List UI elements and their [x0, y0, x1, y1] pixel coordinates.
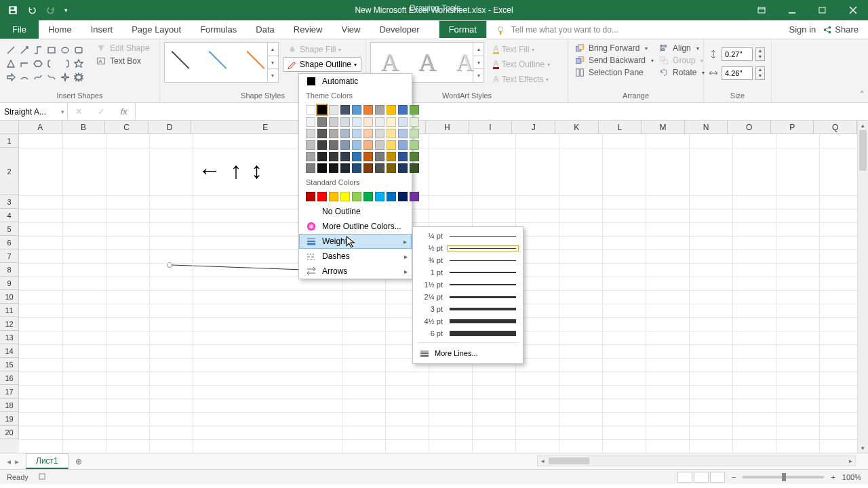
- shape-outline-button[interactable]: Shape Outline▾: [283, 57, 361, 72]
- color-swatch[interactable]: [317, 105, 327, 115]
- row-header[interactable]: 11: [0, 304, 19, 317]
- width-spinner[interactable]: ▲▼: [755, 66, 765, 80]
- scroll-up-icon[interactable]: ▴: [858, 121, 868, 130]
- shape-arrow-icon[interactable]: [4, 70, 17, 83]
- column-header[interactable]: J: [512, 121, 555, 134]
- color-swatch[interactable]: [306, 163, 315, 173]
- maximize-icon[interactable]: [807, 0, 837, 20]
- color-swatch[interactable]: [340, 192, 350, 201]
- shape-star4-icon[interactable]: [58, 70, 71, 83]
- tab-review[interactable]: Review: [284, 20, 332, 39]
- redo-icon[interactable]: [42, 1, 60, 19]
- color-swatch[interactable]: [398, 117, 408, 127]
- weight-option[interactable]: 3 pt: [413, 303, 523, 315]
- dashes-submenu-item[interactable]: Dashes▸: [299, 249, 412, 264]
- color-swatch[interactable]: [410, 129, 419, 138]
- color-swatch[interactable]: [363, 117, 373, 127]
- selection-pane-button[interactable]: Selection Pane: [572, 66, 656, 79]
- color-swatch[interactable]: [375, 129, 384, 138]
- sign-in-link[interactable]: Sign in: [789, 24, 816, 35]
- color-swatch[interactable]: [352, 129, 361, 138]
- row-header[interactable]: 8: [0, 263, 19, 277]
- shape-curve-icon[interactable]: [31, 70, 44, 83]
- row-header[interactable]: 1: [0, 134, 19, 148]
- height-input[interactable]: [722, 47, 753, 61]
- hscroll-thumb[interactable]: [549, 458, 589, 464]
- color-swatch[interactable]: [306, 117, 315, 127]
- color-swatch[interactable]: [363, 152, 373, 161]
- align-button[interactable]: Align▾: [656, 42, 707, 54]
- tab-formulas[interactable]: Formulas: [191, 20, 246, 39]
- column-header[interactable]: C: [105, 121, 149, 134]
- color-swatch[interactable]: [317, 152, 327, 161]
- wordart-spinner[interactable]: ▴▾▾: [473, 43, 484, 82]
- page-break-view-icon[interactable]: [710, 472, 725, 483]
- row-header[interactable]: 10: [0, 290, 19, 304]
- color-swatch[interactable]: [375, 152, 384, 161]
- row-header[interactable]: 4: [0, 209, 19, 222]
- scroll-thumb[interactable]: [859, 130, 867, 171]
- tell-me-search[interactable]: Tell me what you want to do...: [487, 20, 789, 39]
- row-header[interactable]: 12: [0, 317, 19, 331]
- tab-format[interactable]: Format: [439, 20, 487, 39]
- sheet-nav[interactable]: ◂▸: [0, 457, 26, 466]
- column-header[interactable]: O: [728, 121, 771, 134]
- color-swatch[interactable]: [375, 192, 384, 201]
- color-swatch[interactable]: [340, 152, 350, 161]
- send-backward-button[interactable]: Send Backward▾: [572, 54, 656, 66]
- shape-rounded-rect-icon[interactable]: [72, 43, 85, 56]
- normal-view-icon[interactable]: [677, 472, 692, 483]
- color-swatch[interactable]: [340, 140, 350, 150]
- color-swatch[interactable]: [410, 140, 419, 150]
- no-outline-item[interactable]: No Outline: [299, 204, 412, 219]
- color-swatch[interactable]: [398, 152, 408, 161]
- color-swatch[interactable]: [410, 192, 419, 201]
- shape-rectangle-icon[interactable]: [45, 43, 58, 56]
- color-swatch[interactable]: [306, 140, 315, 150]
- color-swatch[interactable]: [352, 152, 361, 161]
- tab-developer[interactable]: Developer: [370, 20, 429, 39]
- row-header[interactable]: 16: [0, 371, 19, 385]
- color-swatch[interactable]: [340, 105, 350, 115]
- column-header[interactable]: H: [426, 121, 469, 134]
- color-swatch[interactable]: [340, 129, 350, 138]
- column-header[interactable]: N: [685, 121, 728, 134]
- row-header[interactable]: 7: [0, 249, 19, 263]
- color-swatch[interactable]: [398, 105, 408, 115]
- color-swatch[interactable]: [329, 152, 338, 161]
- arrow-shapes[interactable]: ← ↑ ↕: [198, 157, 264, 184]
- close-icon[interactable]: [837, 0, 868, 20]
- shape-brace-icon[interactable]: [45, 57, 58, 70]
- shape-brace2-icon[interactable]: [58, 57, 71, 70]
- color-swatch[interactable]: [306, 105, 315, 115]
- tab-view[interactable]: View: [332, 20, 370, 39]
- color-swatch[interactable]: [387, 152, 396, 161]
- hscroll-left-icon[interactable]: ◂: [538, 456, 547, 466]
- weight-option[interactable]: 6 pt: [413, 327, 523, 340]
- more-lines-item[interactable]: More Lines...: [413, 346, 523, 361]
- weight-option[interactable]: 2¼ pt: [413, 291, 523, 303]
- column-header[interactable]: L: [599, 121, 642, 134]
- color-swatch[interactable]: [398, 129, 408, 138]
- width-input[interactable]: [722, 66, 753, 80]
- enter-icon[interactable]: ✓: [98, 106, 105, 117]
- shape-hexagon-icon[interactable]: [31, 57, 44, 70]
- minimize-icon[interactable]: [776, 0, 807, 20]
- color-swatch[interactable]: [352, 192, 361, 201]
- outline-automatic[interactable]: Automatic: [299, 74, 412, 89]
- shape-line-arrow-icon[interactable]: [18, 43, 31, 56]
- save-icon[interactable]: [4, 1, 22, 19]
- color-swatch[interactable]: [375, 105, 384, 115]
- color-swatch[interactable]: [329, 140, 338, 150]
- color-swatch[interactable]: [363, 140, 373, 150]
- color-swatch[interactable]: [317, 117, 327, 127]
- row-header[interactable]: 14: [0, 344, 19, 358]
- share-button[interactable]: Share: [823, 24, 859, 35]
- color-swatch[interactable]: [410, 152, 419, 161]
- color-swatch[interactable]: [387, 129, 396, 138]
- color-swatch[interactable]: [387, 105, 396, 115]
- color-swatch[interactable]: [352, 105, 361, 115]
- row-header[interactable]: 18: [0, 399, 19, 412]
- color-swatch[interactable]: [317, 129, 327, 138]
- shape-triangle-icon[interactable]: [4, 57, 17, 70]
